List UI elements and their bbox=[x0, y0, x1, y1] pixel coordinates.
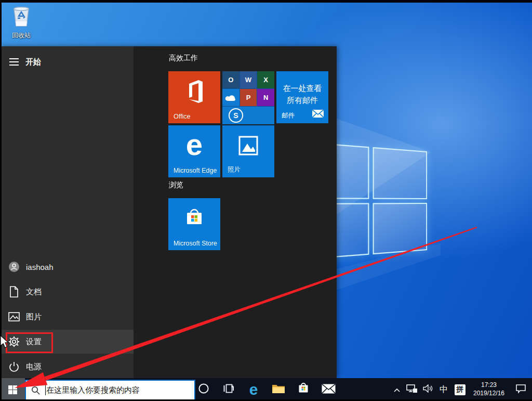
mail-tile-description: 在一处查看所有邮件 bbox=[280, 83, 325, 106]
cortana-icon bbox=[198, 383, 209, 396]
chevron-up-icon bbox=[394, 385, 400, 394]
search-icon bbox=[31, 386, 40, 395]
speaker-icon bbox=[423, 384, 433, 395]
taskbar: 在这里输入你要搜索的内容 e bbox=[0, 378, 532, 401]
rail-item-pictures[interactable]: 图片 bbox=[0, 305, 134, 329]
mail-envelope-icon bbox=[312, 110, 324, 120]
ime-language-button[interactable]: 中 bbox=[436, 378, 451, 401]
network-icon bbox=[406, 384, 418, 395]
tile-group-title: 浏览 bbox=[169, 180, 183, 190]
task-view-button[interactable] bbox=[216, 378, 241, 401]
annotation-highlight-box bbox=[6, 332, 53, 353]
rail-item-user[interactable]: iashoah bbox=[0, 255, 134, 279]
skype-icon: S bbox=[222, 107, 274, 124]
photos-icon bbox=[222, 125, 274, 166]
action-center-button[interactable] bbox=[509, 378, 532, 401]
task-view-icon bbox=[223, 383, 234, 396]
clock-button[interactable]: 17:23 2019/12/16 bbox=[469, 378, 509, 401]
rail-item-label: 文档 bbox=[26, 287, 42, 297]
mail-taskbar-button[interactable] bbox=[316, 378, 341, 401]
network-status-button[interactable] bbox=[404, 378, 420, 401]
file-explorer-button[interactable] bbox=[266, 378, 291, 401]
rail-item-label: 图片 bbox=[26, 312, 42, 322]
rail-item-label: 电源 bbox=[26, 362, 42, 372]
pictures-icon bbox=[8, 311, 20, 323]
logo-pane bbox=[373, 147, 427, 199]
ime-mode-button[interactable]: 拼 bbox=[451, 378, 469, 401]
search-input[interactable]: 在这里输入你要搜索的内容 bbox=[25, 380, 195, 400]
desktop-screen: 回收站 开始 iashoah 文档 bbox=[0, 0, 532, 401]
tile-label: Office bbox=[174, 113, 190, 120]
capture-border bbox=[0, 0, 532, 3]
ime-language-label: 中 bbox=[440, 384, 448, 395]
volume-button[interactable] bbox=[420, 378, 436, 401]
folder-icon bbox=[272, 383, 285, 396]
excel-icon: X bbox=[257, 71, 274, 88]
powerpoint-icon: P bbox=[240, 89, 257, 106]
store-icon bbox=[297, 382, 310, 397]
power-icon bbox=[8, 360, 20, 373]
tile-label: 照片 bbox=[228, 165, 241, 174]
start-menu: 开始 iashoah 文档 图片 bbox=[0, 46, 337, 378]
notification-icon bbox=[515, 384, 526, 396]
tile-photos[interactable]: 照片 bbox=[222, 125, 274, 177]
logo-pane bbox=[373, 203, 427, 255]
tile-group-title: 高效工作 bbox=[169, 54, 198, 63]
word-icon: W bbox=[240, 71, 257, 88]
tile-label: Microsoft Edge bbox=[174, 167, 217, 174]
mail-envelope-icon bbox=[322, 384, 336, 396]
tile-mail[interactable]: 在一处查看所有邮件 邮件 bbox=[276, 71, 328, 123]
start-menu-rail: 开始 iashoah 文档 图片 bbox=[0, 46, 134, 378]
tile-label: 邮件 bbox=[282, 111, 295, 120]
rail-item-documents[interactable]: 文档 bbox=[0, 280, 134, 304]
tile-office-apps-collage[interactable]: O W X P N S bbox=[222, 71, 274, 123]
rail-item-label: iashoah bbox=[26, 263, 54, 271]
start-menu-title: 开始 bbox=[25, 57, 41, 67]
ime-mode-label: 拼 bbox=[455, 384, 466, 395]
onedrive-icon bbox=[222, 89, 240, 106]
system-tray: 中 拼 17:23 2019/12/16 bbox=[390, 378, 532, 401]
office-icon bbox=[168, 71, 220, 112]
cortana-button[interactable] bbox=[191, 378, 216, 401]
onenote-icon: N bbox=[257, 89, 274, 106]
edge-icon: e bbox=[168, 124, 220, 165]
tray-expand-button[interactable] bbox=[390, 378, 404, 401]
rail-item-power[interactable]: 电源 bbox=[0, 355, 134, 379]
start-button[interactable] bbox=[0, 378, 25, 401]
tile-microsoft-edge[interactable]: e Microsoft Edge bbox=[168, 125, 220, 177]
tile-office[interactable]: Office bbox=[168, 71, 220, 123]
search-placeholder: 在这里输入你要搜索的内容 bbox=[46, 385, 140, 395]
recycle-bin-icon bbox=[9, 21, 33, 30]
edge-taskbar-button[interactable]: e bbox=[241, 378, 266, 401]
windows-start-icon bbox=[8, 385, 17, 394]
store-icon bbox=[168, 198, 220, 239]
tile-label: Microsoft Store bbox=[174, 240, 217, 247]
text-caret bbox=[45, 385, 46, 395]
start-menu-header: 开始 bbox=[0, 51, 134, 72]
document-icon bbox=[8, 286, 20, 298]
store-taskbar-button[interactable] bbox=[291, 378, 316, 401]
capture-border bbox=[0, 0, 2, 401]
tray-date: 2019/12/16 bbox=[473, 390, 504, 397]
tile-microsoft-store[interactable]: Microsoft Store bbox=[168, 198, 220, 250]
recycle-bin-label: 回收站 bbox=[6, 31, 36, 40]
user-avatar-icon bbox=[8, 261, 20, 273]
recycle-bin-shortcut[interactable]: 回收站 bbox=[6, 4, 36, 40]
edge-icon: e bbox=[249, 381, 258, 398]
tray-time: 17:23 bbox=[481, 381, 497, 389]
outlook-icon: O bbox=[222, 71, 240, 88]
hamburger-menu-icon[interactable] bbox=[5, 53, 23, 71]
